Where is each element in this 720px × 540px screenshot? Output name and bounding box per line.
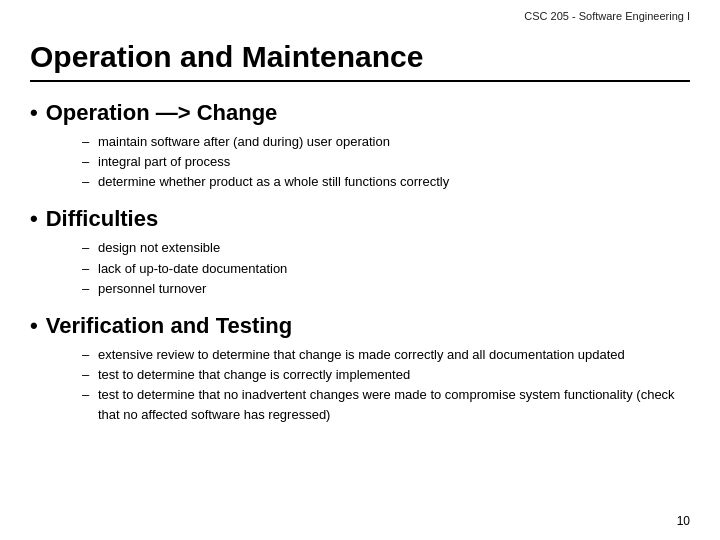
section-difficulties-title: Difficulties xyxy=(46,206,158,232)
bullet-2: • xyxy=(30,206,38,232)
section-verification: • Verification and Testing extensive rev… xyxy=(30,313,690,426)
course-label: CSC 205 - Software Engineering I xyxy=(524,10,690,22)
slide: CSC 205 - Software Engineering I Operati… xyxy=(0,0,720,540)
slide-title: Operation and Maintenance xyxy=(30,40,690,74)
page-number: 10 xyxy=(677,514,690,528)
list-item: test to determine that change is correct… xyxy=(82,365,690,385)
section-operation-title: Operation —> Change xyxy=(46,100,278,126)
section-difficulties-header: • Difficulties xyxy=(30,206,690,232)
section-verification-header: • Verification and Testing xyxy=(30,313,690,339)
list-item: extensive review to determine that chang… xyxy=(82,345,690,365)
bullet-1: • xyxy=(30,100,38,126)
title-divider xyxy=(30,80,690,82)
list-item: maintain software after (and during) use… xyxy=(82,132,690,152)
section-difficulties: • Difficulties design not extensible lac… xyxy=(30,206,690,298)
section-difficulties-list: design not extensible lack of up-to-date… xyxy=(82,238,690,298)
list-item: determine whether product as a whole sti… xyxy=(82,172,690,192)
section-operation-header: • Operation —> Change xyxy=(30,100,690,126)
bullet-3: • xyxy=(30,313,38,339)
section-operation-list: maintain software after (and during) use… xyxy=(82,132,690,192)
list-item: test to determine that no inadvertent ch… xyxy=(82,385,690,425)
list-item: design not extensible xyxy=(82,238,690,258)
section-verification-title: Verification and Testing xyxy=(46,313,293,339)
list-item: integral part of process xyxy=(82,152,690,172)
list-item: lack of up-to-date documentation xyxy=(82,259,690,279)
list-item: personnel turnover xyxy=(82,279,690,299)
section-operation: • Operation —> Change maintain software … xyxy=(30,100,690,192)
section-verification-list: extensive review to determine that chang… xyxy=(82,345,690,426)
